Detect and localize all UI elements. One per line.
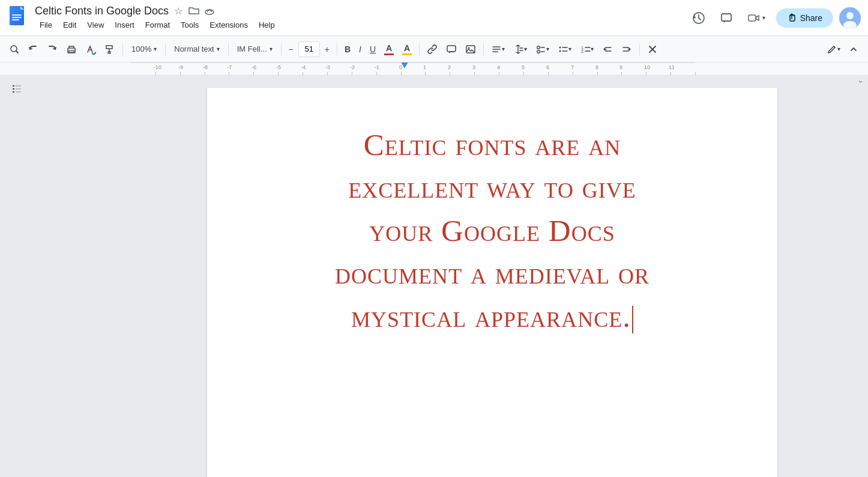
undo-button[interactable] [24,40,42,59]
left-margin [0,76,131,477]
menu-view[interactable]: View [82,19,109,31]
svg-rect-3 [12,14,22,16]
docs-logo-icon[interactable] [7,6,29,30]
version-history-icon[interactable] [688,7,710,29]
font-family-dropdown[interactable]: IM Fell... ▾ [232,40,277,59]
title-icons: ☆ [172,5,215,17]
separator-3 [228,43,229,55]
separator-1 [122,43,123,55]
separator-8 [639,43,640,55]
svg-rect-18 [447,46,456,52]
svg-rect-32 [16,91,21,93]
insert-image-button[interactable] [462,40,480,59]
title-bar-right: ▾ Share [688,7,861,29]
indent-less-button[interactable] [598,40,616,59]
ruler: // Render ruler marks inline document.ad… [0,62,868,76]
style-chevron-icon: ▾ [217,46,220,52]
title-area: Celtic Fonts in Google Docs ☆ File Edit … [35,5,688,31]
svg-rect-27 [13,85,14,87]
comments-icon[interactable] [716,7,737,29]
title-bar: Celtic Fonts in Google Docs ☆ File Edit … [0,0,868,36]
line-spacing-button[interactable]: ▾ [510,40,531,59]
document-outline-icon[interactable] [11,83,23,98]
zoom-dropdown[interactable]: 100% ▾ [127,40,161,59]
font-size-input[interactable]: 51 [298,41,320,57]
star-icon[interactable]: ☆ [172,5,184,17]
separator-7 [483,43,484,55]
doc-title-row: Celtic Fonts in Google Docs ☆ [35,5,688,17]
menu-extensions[interactable]: Extensions [205,19,253,31]
increase-font-button[interactable]: + [321,40,333,59]
text-cursor [632,306,633,333]
menu-format[interactable]: Format [140,19,175,31]
svg-rect-10 [790,15,795,21]
highlight-color-swatch [402,53,412,55]
svg-point-24 [559,50,561,52]
svg-text:2.: 2. [581,49,585,53]
underline-button[interactable]: U [366,40,379,59]
svg-rect-9 [749,15,756,21]
text-color-swatch [384,53,394,55]
paragraph-style-dropdown[interactable]: Normal text ▾ [169,40,224,59]
svg-point-23 [559,46,561,48]
spellcheck-button[interactable] [82,40,100,59]
numbered-list-button[interactable]: 1.2. ▾ [576,40,597,59]
separator-4 [281,43,282,55]
redo-button[interactable] [43,40,61,59]
svg-point-20 [468,47,470,49]
italic-button[interactable]: I [355,40,365,59]
document-page[interactable]: Celtic fonts are an excellent way to giv… [207,88,777,477]
paint-format-button[interactable] [101,40,119,59]
main-content-area: Celtic fonts are an excellent way to giv… [0,76,868,477]
svg-rect-29 [13,91,14,93]
svg-rect-8 [722,14,731,21]
cloud-save-icon[interactable] [203,5,215,17]
svg-rect-31 [16,88,21,90]
svg-rect-28 [13,88,14,90]
toolbar: 100% ▾ Normal text ▾ IM Fell... ▾ − 51 +… [0,36,868,62]
text-align-button[interactable]: ▾ [487,40,508,59]
text-color-button[interactable]: A [381,40,397,59]
svg-rect-5 [12,19,19,20]
menu-edit[interactable]: Edit [58,19,81,31]
font-chevron-icon: ▾ [270,46,273,52]
highlight-color-button[interactable]: A [399,40,415,59]
collapse-toolbar-button[interactable] [845,40,862,59]
zoom-chevron-icon: ▾ [154,46,157,52]
bullet-list-button[interactable]: ▾ [554,40,575,59]
meet-chevron: ▾ [762,14,765,21]
menu-file[interactable]: File [35,19,57,31]
svg-rect-30 [16,85,21,87]
decrease-font-button[interactable]: − [285,40,297,59]
separator-6 [419,43,420,55]
document-title[interactable]: Celtic Fonts in Google Docs [35,5,169,17]
print-button[interactable] [62,40,80,59]
collapse-side-button[interactable]: › [857,81,865,83]
right-panel: › [854,76,868,477]
ruler-inner: // Render ruler marks inline document.ad… [131,62,695,76]
bold-button[interactable]: B [341,40,354,59]
separator-2 [165,43,166,55]
document-text[interactable]: Celtic fonts are an excellent way to giv… [255,124,729,338]
insert-comment-button[interactable] [442,40,460,59]
search-button[interactable] [6,40,23,59]
svg-rect-16 [69,50,74,52]
clear-formatting-button[interactable] [643,40,662,59]
checklist-button[interactable]: ▾ ▾ [532,40,553,59]
svg-point-12 [846,12,854,19]
folder-icon[interactable] [188,5,200,17]
svg-rect-22 [537,50,540,53]
menu-bar: File Edit View Insert Format Tools Exten… [35,19,688,31]
indent-more-button[interactable] [618,40,636,59]
insert-link-button[interactable] [423,40,441,59]
share-button[interactable]: Share [776,8,833,28]
meet-button[interactable]: ▾ [743,11,770,25]
menu-help[interactable]: Help [254,19,280,31]
separator-5 [337,43,337,55]
svg-rect-21 [537,46,540,49]
menu-insert[interactable]: Insert [110,19,139,31]
user-avatar[interactable] [839,7,861,29]
document-area[interactable]: Celtic fonts are an excellent way to giv… [131,76,854,477]
pen-tool-button[interactable]: ▾ [823,40,844,59]
menu-tools[interactable]: Tools [176,19,203,31]
